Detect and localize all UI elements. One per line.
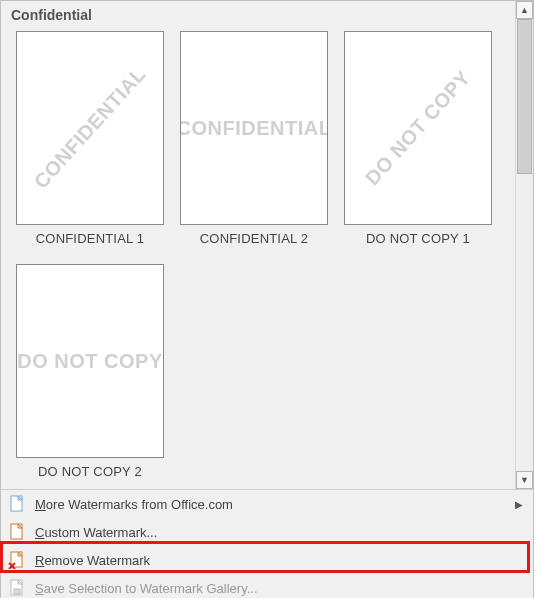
thumb-item: CONFIDENTIAL CONFIDENTIAL 2 — [179, 31, 329, 246]
chevron-right-icon: ▶ — [515, 499, 523, 510]
gallery-content: Confidential CONFIDENTIAL CONFIDENTIAL 1… — [1, 1, 515, 489]
menu-custom-watermark[interactable]: Custom Watermark... — [1, 518, 533, 546]
page-remove-icon — [7, 550, 27, 570]
watermark-text: DO NOT COPY — [361, 66, 475, 190]
chevron-up-icon: ▲ — [520, 5, 529, 15]
thumb-item: DO NOT COPY DO NOT COPY 1 — [343, 31, 493, 246]
menu-more-watermarks[interactable]: More Watermarks from Office.com ▶ — [1, 490, 533, 518]
watermark-text: CONFIDENTIAL — [30, 63, 151, 193]
watermark-text: DO NOT COPY — [17, 350, 163, 373]
menu-label: More Watermarks from Office.com — [35, 497, 233, 512]
menu-save-selection: Save Selection to Watermark Gallery... — [1, 574, 533, 598]
thumb-label: DO NOT COPY 2 — [38, 464, 142, 479]
watermark-thumb-donotcopy-2[interactable]: DO NOT COPY — [16, 264, 164, 458]
watermark-thumb-confidential-1[interactable]: CONFIDENTIAL — [16, 31, 164, 225]
scroll-down-button[interactable]: ▼ — [516, 471, 533, 489]
thumb-item: DO NOT COPY DO NOT COPY 2 — [15, 264, 165, 479]
gallery-area: Confidential CONFIDENTIAL CONFIDENTIAL 1… — [1, 1, 533, 489]
watermark-text: CONFIDENTIAL — [180, 117, 328, 140]
thumb-label: DO NOT COPY 1 — [366, 231, 470, 246]
thumbnail-grid: CONFIDENTIAL CONFIDENTIAL 1 CONFIDENTIAL… — [1, 27, 515, 489]
menu-label: Custom Watermark... — [35, 525, 157, 540]
menu-remove-watermark[interactable]: Remove Watermark — [1, 546, 533, 574]
chevron-down-icon: ▼ — [520, 475, 529, 485]
page-save-icon — [7, 578, 27, 598]
scroll-thumb[interactable] — [517, 19, 532, 174]
watermark-gallery-panel: Confidential CONFIDENTIAL CONFIDENTIAL 1… — [0, 0, 534, 598]
section-header: Confidential — [1, 1, 515, 27]
thumb-item: CONFIDENTIAL CONFIDENTIAL 1 — [15, 31, 165, 246]
menu-label: Save Selection to Watermark Gallery... — [35, 581, 258, 596]
scroll-track[interactable] — [516, 19, 533, 471]
thumb-label: CONFIDENTIAL 1 — [36, 231, 145, 246]
watermark-thumb-confidential-2[interactable]: CONFIDENTIAL — [180, 31, 328, 225]
svg-rect-4 — [14, 589, 20, 594]
page-icon — [7, 522, 27, 542]
menu-label: Remove Watermark — [35, 553, 150, 568]
scroll-up-button[interactable]: ▲ — [516, 1, 533, 19]
scrollbar: ▲ ▼ — [515, 1, 533, 489]
page-icon — [7, 494, 27, 514]
menu-area: More Watermarks from Office.com ▶ Custom… — [1, 489, 533, 598]
thumb-label: CONFIDENTIAL 2 — [200, 231, 309, 246]
watermark-thumb-donotcopy-1[interactable]: DO NOT COPY — [344, 31, 492, 225]
